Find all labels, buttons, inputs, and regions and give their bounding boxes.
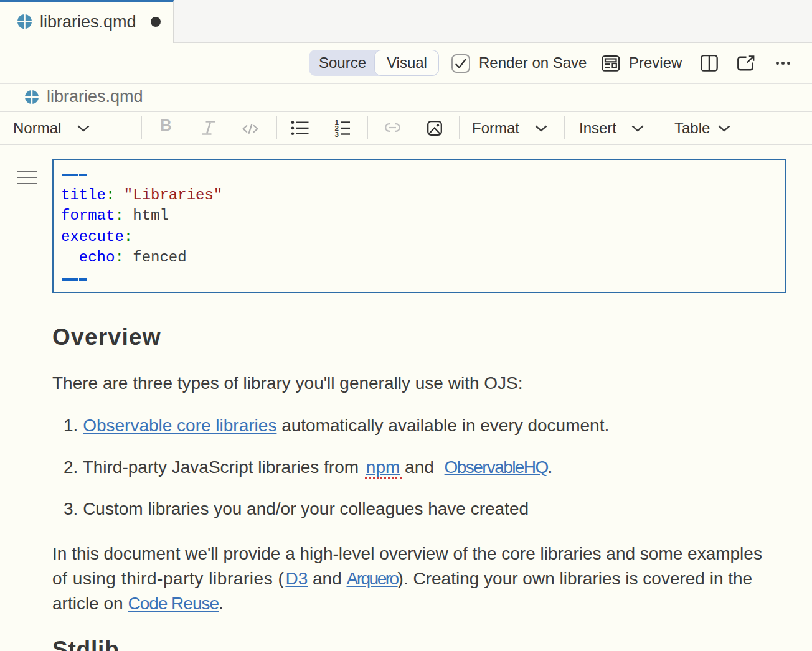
svg-text:3: 3 <box>335 131 339 138</box>
